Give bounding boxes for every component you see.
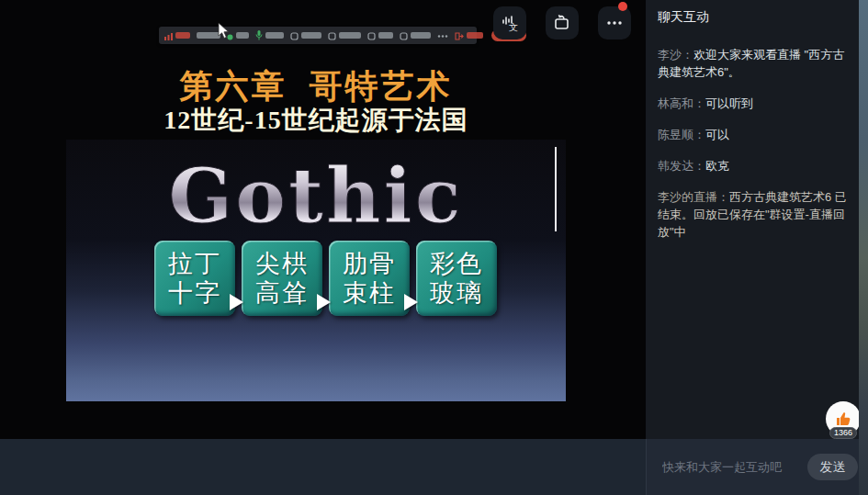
mouse-cursor-icon: [218, 22, 230, 39]
mic-icon: [255, 28, 263, 44]
chat-message: 李沙：欢迎大家来观看直播 "西方古典建筑艺术6"。: [658, 46, 850, 81]
toolbar-label-blur: [236, 32, 249, 39]
slide-gothic-image: Gothic 拉丁十字尖栱高耸肋骨束柱彩色玻璃: [66, 140, 566, 401]
gothic-text: Gothic: [168, 152, 463, 240]
flow-box: 彩色玻璃: [416, 241, 497, 316]
video-area: 第六章 哥特艺术 12世纪-15世纪起源于法国 Gothic: [0, 0, 646, 439]
toolbar-label-blur: [339, 32, 361, 39]
slide-subtitle: 12世纪-15世纪起源于法国: [66, 103, 566, 138]
flow-box-line2: 束柱: [343, 278, 396, 308]
exit-icon: [455, 28, 464, 44]
tool-icon: [400, 28, 408, 44]
chat-message-sender: 李沙的直播：: [658, 190, 729, 204]
toolbar-label-blur: [467, 32, 483, 39]
chat-sidebar: 聊天互动 李沙：欢迎大家来观看直播 "西方古典建筑艺术6"。林高和：可以听到陈昱…: [646, 0, 859, 439]
tool-toolbar-item[interactable]: [400, 28, 431, 44]
exit-toolbar-item[interactable]: [455, 28, 483, 44]
flow-box-line1: 彩色: [430, 249, 483, 278]
chat-message: 陈昱顺：可以: [658, 126, 850, 143]
flow-box-line1: 尖栱: [255, 249, 309, 278]
flow-box: 拉丁十字: [154, 241, 235, 316]
toolbar-label-blur: [411, 32, 431, 39]
thumbs-up-icon: [833, 409, 853, 429]
rotate-screen-button[interactable]: [546, 6, 579, 39]
ellipsis-toolbar-item[interactable]: [437, 28, 448, 44]
flow-diagram: 拉丁十字尖栱高耸肋骨束柱彩色玻璃: [154, 241, 503, 318]
tool-toolbar-item[interactable]: [328, 28, 361, 44]
caption-translate-icon: 文: [500, 13, 520, 33]
flow-arrow-icon: [230, 294, 243, 310]
chat-system-message: 李沙的直播：西方古典建筑艺术6 已结束。回放已保存在"群设置-直播回放"中: [658, 188, 850, 241]
chat-message-sender: 陈昱顺：: [658, 128, 705, 141]
flow-box-line1: 肋骨: [343, 249, 396, 278]
chat-message-sender: 韩发达：: [658, 159, 705, 173]
tool-toolbar-item[interactable]: [367, 28, 393, 44]
screen-share-toolbar[interactable]: [159, 27, 477, 44]
gothic-banner-word: Gothic: [66, 145, 566, 246]
toolbar-label-blur: [175, 32, 190, 39]
toolbar-label-blur: [378, 32, 393, 39]
tool-toolbar-item[interactable]: [290, 28, 321, 44]
chat-message-list: 李沙：欢迎大家来观看直播 "西方古典建筑艺术6"。林高和：可以听到陈昱顺：可以韩…: [658, 46, 850, 254]
live-signal-toolbar-item[interactable]: [164, 28, 190, 44]
toolbar-label-blur: [301, 32, 321, 39]
toolbar-label-blur: [265, 32, 284, 39]
more-icon: [604, 13, 625, 33]
like-count-badge: 1366: [829, 427, 857, 439]
chat-message: 林高和：可以听到: [658, 95, 850, 112]
chat-message-sender: 林高和：: [658, 96, 705, 110]
flow-box-line1: 拉丁: [168, 249, 221, 278]
caption-translate-button[interactable]: 文: [493, 6, 526, 39]
more-button[interactable]: [598, 6, 631, 39]
chat-message-text: 可以: [705, 128, 729, 141]
send-button[interactable]: 发送: [807, 454, 858, 480]
like-button[interactable]: 1366: [826, 401, 861, 436]
live-signal-icon: [164, 28, 173, 44]
tool-icon: [328, 28, 336, 44]
slide: 第六章 哥特艺术 12世纪-15世纪起源于法国 Gothic: [66, 0, 566, 439]
text-cursor-line: [555, 147, 557, 231]
mic-toolbar-item[interactable]: [255, 28, 284, 44]
chat-input[interactable]: [660, 452, 798, 481]
tool-icon: [367, 28, 376, 44]
chat-message-text: 欧克: [705, 159, 729, 173]
ellipsis-icon: [437, 28, 448, 44]
host-info-bar: 主播: 李沙 标题: 西方古典建筑艺术6: [0, 439, 646, 495]
live-stream-window: 第六章 哥特艺术 12世纪-15世纪起源于法国 Gothic: [0, 0, 868, 495]
flow-box: 肋骨束柱: [329, 241, 410, 316]
desktop-edge-strip: [859, 0, 868, 495]
flow-arrow-icon: [404, 294, 418, 310]
rotate-screen-icon: [552, 13, 572, 33]
notification-badge-dot: [618, 2, 627, 11]
flow-box: 尖栱高耸: [242, 241, 322, 316]
svg-text:文: 文: [509, 22, 518, 32]
flow-box-line2: 玻璃: [430, 278, 483, 308]
connection-dot-toolbar-item[interactable]: [227, 28, 249, 44]
chat-input-bar: 发送: [646, 439, 859, 495]
tool-icon: [290, 28, 299, 44]
chat-message-sender: 李沙：: [658, 48, 693, 62]
chat-message-text: 可以听到: [705, 96, 753, 110]
flow-box-line2: 十字: [168, 278, 221, 308]
flow-arrow-icon: [317, 294, 331, 310]
chat-message: 韩发达：欧克: [658, 157, 850, 174]
chat-header: 聊天互动: [658, 9, 709, 26]
flow-box-line2: 高耸: [255, 278, 309, 308]
